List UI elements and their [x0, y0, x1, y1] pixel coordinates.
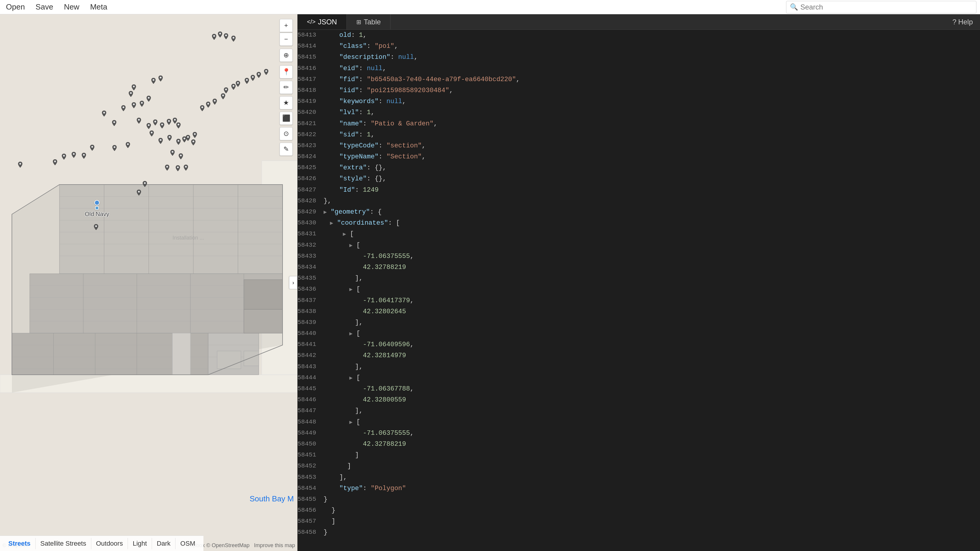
style-streets-button[interactable]: Streets	[3, 538, 36, 549]
code-line: 58418 "iid": "poi2159885892030484",	[298, 85, 980, 96]
map-marker[interactable]	[158, 76, 164, 83]
map-marker[interactable]	[136, 118, 142, 125]
map-marker[interactable]	[175, 165, 181, 172]
square-button[interactable]: ⬛	[280, 112, 293, 125]
map-marker[interactable]	[217, 32, 223, 39]
svg-point-96	[95, 225, 97, 227]
map-marker[interactable]	[131, 102, 137, 110]
compass-button[interactable]: ⊕	[280, 49, 293, 62]
zoom-in-button[interactable]: +	[280, 19, 293, 32]
map-marker[interactable]	[212, 98, 218, 106]
code-area[interactable]: 58413 old: 1,58414 "class": "poi",58415 …	[298, 30, 980, 551]
map-area[interactable]: Installation ...	[0, 14, 298, 551]
map-marker[interactable]	[263, 69, 269, 76]
poi-label[interactable]: Old Navy	[85, 200, 109, 218]
style-outdoors-button[interactable]: Outdoors	[91, 538, 128, 549]
map-marker[interactable]	[223, 33, 229, 40]
map-marker[interactable]	[146, 123, 152, 130]
map-marker[interactable]	[223, 87, 229, 95]
map-marker[interactable]	[71, 152, 77, 159]
style-osm-button[interactable]: OSM	[175, 538, 200, 549]
map-marker[interactable]	[136, 190, 142, 197]
svg-point-67	[174, 119, 176, 121]
map-marker[interactable]	[151, 78, 156, 85]
help-button[interactable]: ? Help	[945, 14, 980, 29]
meta-button[interactable]: Meta	[88, 1, 110, 13]
improve-map-link[interactable]: Improve this map	[254, 542, 295, 548]
map-marker[interactable]	[131, 84, 137, 92]
map-marker[interactable]	[149, 130, 155, 138]
map-marker[interactable]	[192, 132, 198, 139]
code-line: 58446 42.32800559	[298, 394, 980, 405]
map-marker[interactable]	[235, 81, 241, 88]
map-marker[interactable]	[220, 93, 226, 100]
map-marker[interactable]	[142, 181, 148, 188]
edit-button[interactable]: ✎	[280, 143, 293, 156]
map-marker[interactable]	[159, 122, 165, 130]
map-marker[interactable]	[205, 102, 211, 109]
style-light-button[interactable]: Light	[128, 538, 152, 549]
line-number: 58421	[298, 119, 321, 129]
style-dark-button[interactable]: Dark	[152, 538, 175, 549]
crosshair-button[interactable]: ⊙	[280, 127, 293, 140]
map-marker[interactable]	[158, 138, 164, 145]
map-marker[interactable]	[183, 165, 189, 172]
code-line: 58454 "type": "Polygon"	[298, 483, 980, 494]
search-input[interactable]	[800, 3, 972, 11]
table-tab[interactable]: ⊞ Table	[347, 14, 390, 29]
map-marker[interactable]	[125, 142, 131, 149]
open-button[interactable]: Open	[3, 1, 27, 13]
line-number: 58415	[298, 52, 321, 62]
style-satellite-button[interactable]: Satellite Streets	[36, 538, 91, 549]
svg-point-43	[19, 163, 21, 165]
map-marker[interactable]	[256, 72, 262, 79]
map-marker[interactable]	[190, 140, 196, 146]
map-marker[interactable]	[170, 150, 175, 157]
map-marker[interactable]	[175, 122, 181, 130]
json-tab[interactable]: </> JSON	[298, 14, 347, 29]
map-marker[interactable]	[175, 139, 181, 146]
map-marker[interactable]	[111, 145, 118, 152]
location-button[interactable]: 📍	[280, 65, 293, 78]
map-marker[interactable]	[128, 91, 134, 98]
map-marker[interactable]	[244, 78, 250, 85]
map-marker[interactable]	[181, 137, 188, 143]
map-marker[interactable]	[167, 135, 172, 142]
map-marker[interactable]	[211, 34, 217, 41]
svg-point-64	[161, 124, 163, 125]
map-marker[interactable]	[199, 105, 205, 112]
map-marker[interactable]	[93, 224, 99, 231]
map-marker[interactable]	[166, 119, 172, 126]
svg-point-88	[246, 79, 248, 81]
map-marker[interactable]	[81, 153, 87, 160]
save-button[interactable]: Save	[33, 1, 56, 13]
map-marker[interactable]	[61, 154, 67, 161]
map-marker[interactable]	[172, 118, 178, 125]
svg-rect-3	[0, 161, 74, 184]
map-marker[interactable]	[185, 135, 191, 142]
map-marker[interactable]	[164, 165, 170, 172]
map-marker[interactable]	[17, 162, 23, 169]
map-marker[interactable]	[178, 153, 184, 160]
map-marker[interactable]	[101, 111, 107, 118]
map-marker[interactable]	[52, 159, 58, 167]
map-marker[interactable]	[250, 75, 256, 82]
map-marker[interactable]	[152, 119, 158, 127]
map-marker[interactable]	[139, 101, 145, 108]
zoom-out-button[interactable]: −	[280, 33, 293, 46]
line-content: "class": "poi",	[321, 41, 980, 51]
map-marker[interactable]	[121, 105, 126, 112]
panel-expand-button[interactable]: ›	[289, 276, 298, 289]
star-button[interactable]: ★	[280, 96, 293, 110]
line-content: "lvl": 1,	[321, 107, 980, 118]
map-marker[interactable]	[231, 36, 237, 43]
map-marker[interactable]	[89, 145, 95, 152]
line-number: 58444	[298, 373, 321, 383]
pencil-button[interactable]: ✏	[280, 81, 293, 94]
code-line: 58457 ]	[298, 516, 980, 527]
map-marker[interactable]	[146, 96, 152, 103]
line-number: 58416	[298, 63, 321, 73]
map-marker[interactable]	[111, 120, 117, 127]
map-marker[interactable]	[231, 84, 237, 91]
new-button[interactable]: New	[62, 1, 82, 13]
